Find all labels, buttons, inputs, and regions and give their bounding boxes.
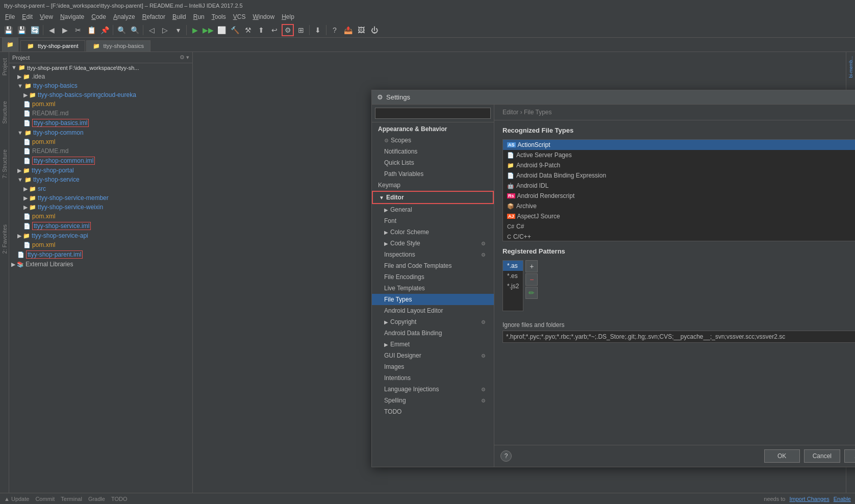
tree-item-pom2[interactable]: 📄 pom.xml <box>9 137 192 146</box>
edit-pattern-button[interactable]: ✏ <box>525 287 538 299</box>
menu-window[interactable]: Window <box>249 12 278 21</box>
tree-item-parent-iml[interactable]: 📄 ttyy-shop-parent.iml <box>9 249 192 260</box>
file-type-actionscript[interactable]: AS ActionScript <box>503 140 855 150</box>
nav-live-templates[interactable]: Live Templates <box>372 283 494 294</box>
recognized-file-list[interactable]: AS ActionScript 📄 Active Server Pages <box>502 139 855 241</box>
nav-general[interactable]: ▶ General <box>372 204 494 215</box>
file-type-android9[interactable]: 📁 Android 9-Patch <box>503 160 855 170</box>
nav-font[interactable]: Font <box>372 215 494 226</box>
nav-keymap[interactable]: Keymap <box>372 180 494 191</box>
toolbar-dropdown[interactable]: ▾ <box>172 24 184 36</box>
menu-file[interactable]: File <box>2 12 18 21</box>
toolbar-save[interactable]: 💾 <box>2 24 14 36</box>
nav-copyright[interactable]: ▶ Copyright ⚙ <box>372 316 494 327</box>
patterns-list[interactable]: *.as *.es *.js2 <box>502 260 523 311</box>
nav-color-scheme[interactable]: ▶ Color Scheme <box>372 226 494 238</box>
tree-item-readme2[interactable]: 📄 README.md <box>9 146 192 156</box>
nav-spelling[interactable]: Spelling ⚙ <box>372 395 494 406</box>
toolbar-cut[interactable]: ✂ <box>72 24 84 36</box>
side-label-member[interactable]: bi-memb... <box>847 54 854 80</box>
tree-item-service-weixin[interactable]: ▶ 📁 ttyy-shop-service-weixin <box>9 203 192 212</box>
toolbar-copy[interactable]: 📋 <box>85 24 97 36</box>
menu-tools[interactable]: Tools <box>209 12 229 21</box>
menu-build[interactable]: Build <box>169 12 189 21</box>
side-label-zstructure[interactable]: 7: Structure <box>1 147 9 181</box>
toolbar-paste[interactable]: 📌 <box>98 24 111 36</box>
ignore-input[interactable] <box>502 331 855 343</box>
nav-emmet[interactable]: ▶ Emmet <box>372 339 494 350</box>
tree-item-common-iml[interactable]: 📄 ttyy-shop-common.iml <box>9 156 192 166</box>
tab-ttyy-shop-parent[interactable]: 📁 ttyy-shop-parent <box>20 40 85 52</box>
toolbar-down[interactable]: ⬇ <box>312 24 324 36</box>
toolbar-undo[interactable]: ↩ <box>268 24 281 36</box>
tree-item-service-api[interactable]: ▶ 📁 ttyy-shop-service-api <box>9 231 192 240</box>
toolbar-help[interactable]: ? <box>329 24 341 36</box>
tree-item-eureka[interactable]: ▶ 📁 ttyy-shop-basics-springcloud-eureka <box>9 90 192 99</box>
nav-intentions[interactable]: Intentions <box>372 372 494 384</box>
nav-android-databinding[interactable]: Android Data Binding <box>372 327 494 339</box>
toolbar-stop[interactable]: ⬜ <box>215 24 228 36</box>
nav-todo[interactable]: TODO <box>372 406 494 417</box>
nav-inspections[interactable]: Inspections ⚙ <box>372 249 494 260</box>
apply-button[interactable]: Apply <box>844 449 855 463</box>
menu-vcs[interactable]: VCS <box>230 12 249 21</box>
add-pattern-button[interactable]: + <box>525 260 538 272</box>
file-type-archive[interactable]: 📦 Archive <box>503 201 855 211</box>
file-type-android-renderscript[interactable]: Rs Android Renderscript <box>503 191 855 201</box>
side-label-project[interactable]: Project <box>1 56 9 78</box>
toolbar-forward[interactable]: ▶ <box>59 24 71 36</box>
tree-item-pom4[interactable]: 📄 pom.xml <box>9 240 192 249</box>
side-label-favorites[interactable]: 2: Favorites <box>1 222 9 256</box>
toolbar-zoom-out[interactable]: 🔍 <box>129 24 141 36</box>
pattern-js2[interactable]: *.js2 <box>503 281 523 291</box>
file-type-aspectj[interactable]: AJ AspectJ Source <box>503 211 855 221</box>
file-type-cpp[interactable]: C C/C++ <box>503 232 855 241</box>
bottom-update[interactable]: ▲ Update <box>4 496 29 502</box>
bottom-todo[interactable]: TODO <box>111 496 128 502</box>
toolbar-share[interactable]: 📤 <box>342 24 354 36</box>
nav-code-style[interactable]: ▶ Code Style ⚙ <box>372 238 494 249</box>
tree-item-root[interactable]: ▼ 📁 ttyy-shop-parent F:\idea_workspace\t… <box>9 63 192 72</box>
nav-quick-lists[interactable]: Quick Lists <box>372 157 494 168</box>
nav-file-encodings[interactable]: File Encodings 3 <box>372 271 494 283</box>
file-type-android-idl[interactable]: 🤖 Android IDL <box>503 181 855 191</box>
toolbar-save2[interactable]: 💾 <box>15 24 28 36</box>
nav-file-code-templates[interactable]: File and Code Templates <box>372 260 494 271</box>
toolbar-image[interactable]: 🖼 <box>355 24 367 36</box>
menu-analyze[interactable]: Analyze <box>110 12 138 21</box>
toolbar-run[interactable]: ▶ <box>189 24 201 36</box>
nav-file-types[interactable]: File Types <box>372 294 494 305</box>
toolbar-rebuild[interactable]: 🔨 <box>229 24 241 36</box>
nav-android-layout[interactable]: Android Layout Editor <box>372 305 494 316</box>
toolbar-back[interactable]: ◀ <box>45 24 58 36</box>
bottom-gradle[interactable]: Gradle <box>88 496 105 502</box>
bottom-commit[interactable]: Commit <box>35 496 55 502</box>
tree-item-common[interactable]: ▼ 📁 ttyy-shop-common <box>9 128 192 137</box>
nav-path-variables[interactable]: Path Variables <box>372 168 494 180</box>
toolbar-nav-fwd[interactable]: ▷ <box>159 24 171 36</box>
toolbar-update[interactable]: ⬆ <box>255 24 267 36</box>
ok-button[interactable]: OK <box>764 449 800 463</box>
pattern-es[interactable]: *.es <box>503 271 523 281</box>
file-type-csharp[interactable]: C# C# <box>503 221 855 232</box>
nav-editor[interactable]: ▼Editor 2 <box>372 191 494 204</box>
tab-ttyy-shop-basics[interactable]: 📁 ttyy-shop-basics <box>86 40 151 52</box>
menu-run[interactable]: Run <box>190 12 208 21</box>
nav-gui-designer[interactable]: GUI Designer ⚙ <box>372 350 494 361</box>
menu-edit[interactable]: Edit <box>19 12 36 21</box>
toolbar-power[interactable]: ⏻ <box>368 24 381 36</box>
toolbar-zoom-in[interactable]: 🔍 <box>115 24 128 36</box>
toolbar-grid[interactable]: ⊞ <box>295 24 307 36</box>
remove-pattern-button[interactable]: − <box>525 273 538 286</box>
menu-code[interactable]: Code <box>88 12 109 21</box>
toolbar-rebuild2[interactable]: ⚒ <box>242 24 254 36</box>
nav-images[interactable]: Images <box>372 361 494 372</box>
toolbar-settings[interactable]: ⚙ <box>282 24 294 36</box>
cancel-button[interactable]: Cancel <box>804 449 840 463</box>
toolbar-refresh[interactable]: 🔄 <box>29 24 41 36</box>
settings-search-input[interactable] <box>375 108 491 119</box>
toolbar-run2[interactable]: ▶▶ <box>202 24 214 36</box>
tree-item-pom3[interactable]: 📄 pom.xml <box>9 212 192 221</box>
file-type-asp[interactable]: 📄 Active Server Pages <box>503 150 855 160</box>
pattern-as[interactable]: *.as <box>503 261 523 271</box>
